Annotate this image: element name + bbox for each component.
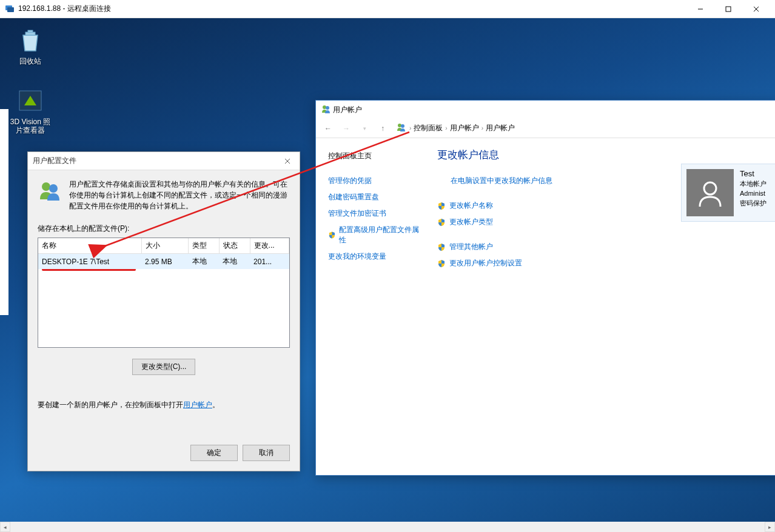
horizontal-scrollbar[interactable]: ◂ ▸ xyxy=(0,522,775,532)
svg-point-14 xyxy=(326,106,329,110)
row-size: 2.95 MB xyxy=(141,254,189,270)
rdp-titlebar: 192.168.1.88 - 远程桌面连接 xyxy=(0,0,775,18)
maximize-button[interactable] xyxy=(714,0,742,18)
svg-rect-1 xyxy=(7,7,14,12)
rdp-icon xyxy=(5,4,15,14)
minimize-button[interactable] xyxy=(686,0,714,18)
scroll-left-button[interactable]: ◂ xyxy=(0,522,10,532)
sidebar-item-env-vars[interactable]: 更改我的环境变量 xyxy=(328,248,419,265)
sidebar-item-encryption-cert[interactable]: 管理文件加密证书 xyxy=(328,205,419,222)
sidebar: 控制面板主页 管理你的凭据 创建密码重置盘 管理文件加密证书 配置高级用户配置文… xyxy=(328,148,419,271)
cancel-button[interactable]: 取消 xyxy=(243,445,290,461)
scroll-right-button[interactable]: ▸ xyxy=(765,522,775,532)
page-title: 更改帐户信息 xyxy=(437,148,767,162)
3dvision-viewer-icon[interactable]: 3D Vision 照片查看器 xyxy=(7,86,53,135)
user-role: Administ xyxy=(740,188,767,198)
dialog-close-button[interactable] xyxy=(280,156,295,166)
user-type: 本地帐户 xyxy=(740,179,767,188)
nav-back-button[interactable]: ← xyxy=(321,121,335,136)
dialog-info-text: 用户配置文件存储桌面设置和其他与你的用户帐户有关的信息。可在你使用的每台计算机上… xyxy=(69,179,290,211)
breadcrumb-item[interactable]: 用户帐户 xyxy=(486,123,515,133)
sidebar-item-credentials[interactable]: 管理你的凭据 xyxy=(328,173,419,189)
col-changed[interactable]: 更改... xyxy=(250,238,289,254)
shield-icon xyxy=(437,243,446,251)
close-button[interactable] xyxy=(742,0,770,18)
change-type-button[interactable]: 更改类型(C)... xyxy=(132,359,196,375)
user-card: Test 本地帐户 Administ 密码保护 xyxy=(681,164,775,222)
sidebar-home[interactable]: 控制面板主页 xyxy=(328,148,419,164)
breadcrumb: › 控制面板 › 用户帐户 › 用户帐户 xyxy=(409,123,515,133)
svg-point-13 xyxy=(323,105,326,109)
nav-forward-button[interactable]: → xyxy=(339,121,354,136)
link-uac-settings[interactable]: 更改用户帐户控制设置 xyxy=(437,255,767,271)
ok-button[interactable]: 确定 xyxy=(190,445,238,461)
svg-point-12 xyxy=(49,184,58,193)
nav-history-button[interactable]: ▾ xyxy=(357,121,372,136)
col-size[interactable]: 大小 xyxy=(141,238,189,254)
user-accounts-link[interactable]: 用户帐户 xyxy=(183,401,212,409)
col-status[interactable]: 状态 xyxy=(219,238,250,254)
user-profile-dialog: 用户配置文件 用户配置文件存储桌面设置和其他与你的用户帐户有关的信息。可在你使用… xyxy=(27,151,300,471)
col-type[interactable]: 类型 xyxy=(189,238,220,254)
profiles-table[interactable]: 名称 大小 类型 状态 更改... DESKTOP-1E 7\Test 2.95… xyxy=(38,238,290,348)
3dvision-viewer-label: 3D Vision 照片查看器 xyxy=(7,118,53,135)
rdp-title: 192.168.1.88 - 远程桌面连接 xyxy=(18,4,686,14)
row-changed: 201... xyxy=(250,254,289,270)
shield-icon xyxy=(437,202,446,210)
svg-point-15 xyxy=(398,124,401,127)
svg-rect-3 xyxy=(726,7,731,12)
recycle-bin-label: 回收站 xyxy=(7,57,53,65)
nav-up-button[interactable]: ↑ xyxy=(375,121,390,136)
svg-point-16 xyxy=(401,124,404,128)
partial-window-edge xyxy=(0,109,8,315)
svg-rect-6 xyxy=(25,32,35,35)
window-titlebar: 用户帐户 xyxy=(316,101,775,119)
row-name: DESKTOP-1E 7\Test xyxy=(42,258,109,266)
sidebar-item-password-reset[interactable]: 创建密码重置盘 xyxy=(328,189,419,205)
table-row[interactable]: DESKTOP-1E 7\Test 2.95 MB 本地 本地 201... xyxy=(38,254,289,270)
window-title: 用户帐户 xyxy=(333,105,774,115)
users-icon xyxy=(38,179,62,203)
dialog-title: 用户配置文件 xyxy=(33,156,280,166)
nav-toolbar: ← → ▾ ↑ › 控制面板 › 用户帐户 › 用户帐户 xyxy=(316,119,775,138)
link-manage-other[interactable]: 管理其他帐户 xyxy=(437,239,767,255)
user-accounts-icon xyxy=(321,104,330,116)
remote-desktop: 回收站 3D Vision 照片查看器 用户配置文件 用户配置文件存储桌面设置和… xyxy=(0,18,775,522)
breadcrumb-item[interactable]: 控制面板 xyxy=(414,123,443,133)
sidebar-item-advanced-profile[interactable]: 配置高级用户配置文件属性 xyxy=(328,222,419,248)
breadcrumb-icon xyxy=(396,122,406,134)
avatar xyxy=(686,169,734,216)
dialog-titlebar: 用户配置文件 xyxy=(28,152,300,170)
recycle-bin-icon[interactable]: 回收站 xyxy=(7,25,53,65)
col-name[interactable]: 名称 xyxy=(38,238,141,254)
shield-icon xyxy=(328,231,336,239)
row-status: 本地 xyxy=(219,254,250,270)
user-name: Test xyxy=(740,169,767,179)
user-accounts-window: 用户帐户 ← → ▾ ↑ › 控制面板 › 用户帐户 › 用户帐户 控制面板主页 xyxy=(315,100,775,476)
user-pwd: 密码保护 xyxy=(740,198,767,208)
stored-profiles-label: 储存在本机上的配置文件(P): xyxy=(38,224,290,234)
shield-icon xyxy=(437,259,446,268)
scroll-track[interactable] xyxy=(10,522,765,532)
shield-icon xyxy=(437,218,446,227)
breadcrumb-item[interactable]: 用户帐户 xyxy=(450,123,479,133)
svg-point-11 xyxy=(42,182,50,191)
row-type: 本地 xyxy=(189,254,220,270)
svg-rect-7 xyxy=(28,30,33,32)
svg-point-17 xyxy=(704,182,716,195)
create-account-text: 要创建一个新的用户帐户，在控制面板中打开用户帐户。 xyxy=(38,399,290,410)
